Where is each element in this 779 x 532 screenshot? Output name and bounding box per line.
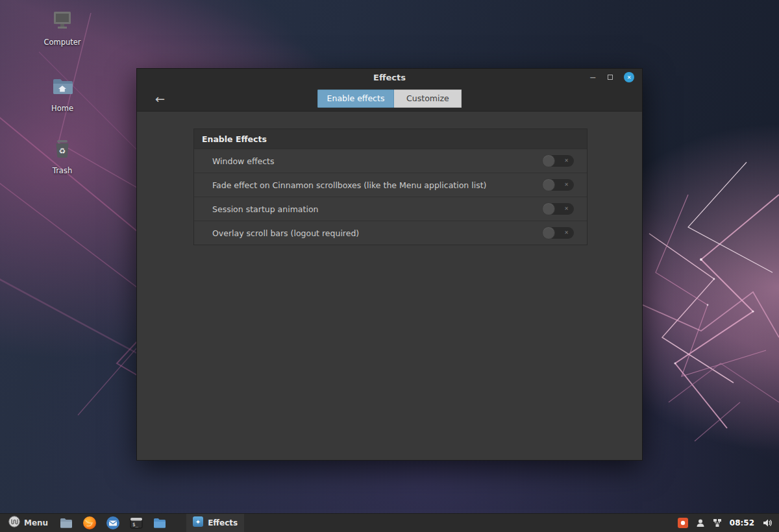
mint-menu-icon [8,516,20,530]
user-applet-icon[interactable] [696,518,705,527]
view-switcher: Enable effects Customize [317,90,462,108]
desktop-icon-label: Trash [35,166,90,175]
toggle-off-icon: ✕ [564,206,569,212]
setting-label: Fade effect on Cinnamon scrollboxes (lik… [212,180,486,190]
setting-label: Overlay scroll bars (logout required) [212,228,359,238]
setting-label: Session startup animation [212,204,318,214]
toggle-off-icon: ✕ [564,230,569,236]
desktop-icon-trash[interactable]: ♻ Trash [35,136,90,175]
effects-window: Effects − ✕ ← Enable effects Customize E… [136,68,643,461]
window-titlebar[interactable]: Effects − ✕ [137,69,642,86]
terminal-launcher-icon[interactable]: $_ [129,516,143,530]
firefox-launcher-icon[interactable] [82,516,97,530]
desktop-icon-home[interactable]: Home [35,74,90,113]
update-manager-tray-icon[interactable] [678,518,688,528]
computer-icon [49,8,75,36]
effects-app-icon: ✦ [193,516,203,529]
restore-button[interactable] [608,75,613,80]
toggle-overlay-scrollbars[interactable]: ✕ [543,227,574,239]
menu-label: Menu [24,518,48,527]
toggle-knob [542,226,555,239]
settings-row-fade-scrollboxes: Fade effect on Cinnamon scrollboxes (lik… [194,173,587,197]
enable-effects-section: Enable Effects Window effects ✕ Fade eff… [193,128,587,245]
toggle-knob [542,154,555,167]
toggle-off-icon: ✕ [564,182,569,187]
window-toolbar: ← Enable effects Customize [137,86,642,112]
system-tray: 08:52 [678,518,775,528]
section-title: Enable Effects [194,129,587,149]
volume-applet-icon[interactable] [762,518,773,528]
svg-text:♻: ♻ [59,147,66,156]
svg-text:$_: $_ [132,522,139,527]
svg-text:✦: ✦ [195,518,201,526]
launcher-group: $_ [59,516,167,530]
minimize-button[interactable]: − [589,73,597,82]
setting-label: Window effects [212,156,275,166]
taskbar: Menu $_ ✦ Effects 08 [0,513,779,532]
close-button[interactable]: ✕ [624,72,634,82]
clock[interactable]: 08:52 [730,518,754,527]
toggle-fade-scrollboxes[interactable]: ✕ [543,179,574,191]
file-manager-launcher-icon[interactable] [59,516,73,530]
mail-launcher-icon[interactable] [106,516,120,530]
tab-customize[interactable]: Customize [394,90,462,108]
settings-row-overlay-scrollbars: Overlay scroll bars (logout required) ✕ [194,221,587,245]
tab-enable-effects[interactable]: Enable effects [317,90,395,108]
toggle-session-startup-animation[interactable]: ✕ [543,203,574,215]
desktop-icon-label: Home [35,104,90,113]
desktop-icon-computer[interactable]: Computer [35,8,90,47]
trash-icon: ♻ [49,136,75,165]
home-folder-icon [49,74,75,103]
folder-launcher-icon[interactable] [153,516,167,530]
toggle-knob [542,202,555,215]
toggle-off-icon: ✕ [564,158,569,163]
toggle-window-effects[interactable]: ✕ [543,155,574,167]
settings-row-window-effects: Window effects ✕ [194,149,587,173]
network-applet-icon[interactable] [713,518,722,527]
taskbar-window-button-effects[interactable]: ✦ Effects [186,514,244,532]
window-content: Enable Effects Window effects ✕ Fade eff… [137,112,642,460]
desktop-icon-label: Computer [35,38,90,47]
menu-button[interactable]: Menu [4,514,53,532]
back-button[interactable]: ← [150,86,170,112]
settings-row-session-startup-animation: Session startup animation ✕ [194,197,587,221]
toggle-knob [542,178,555,191]
taskbar-window-label: Effects [208,518,238,527]
window-title: Effects [137,69,642,86]
